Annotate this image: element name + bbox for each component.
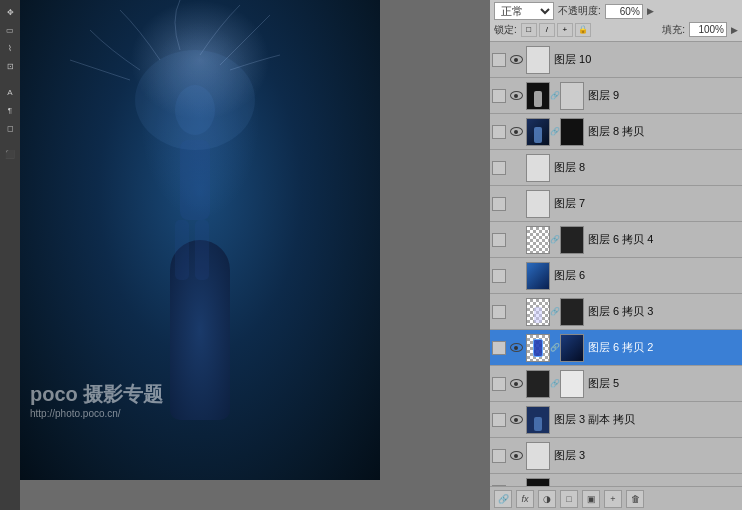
layer-checkbox[interactable] [492, 125, 506, 139]
layer-checkbox[interactable] [492, 269, 506, 283]
layer-thumbnails [526, 190, 550, 218]
layer-visibility-toggle[interactable] [508, 160, 524, 176]
layer-visibility-toggle[interactable] [508, 88, 524, 104]
layer-visibility-toggle[interactable] [508, 484, 524, 487]
layer-chain-icon: 🔗 [551, 226, 559, 254]
layer-checkbox[interactable] [492, 449, 506, 463]
layer-visibility-toggle[interactable] [508, 124, 524, 140]
layer-checkbox[interactable] [492, 161, 506, 175]
layer-visibility-toggle[interactable] [508, 448, 524, 464]
layers-list[interactable]: 图层 10🔗图层 9🔗图层 8 拷贝图层 8图层 7🔗图层 6 拷贝 4图层 6… [490, 42, 742, 486]
panel-bottom: 🔗 fx ◑ □ ▣ + 🗑 [490, 486, 742, 510]
tool-eraser[interactable]: ◻ [2, 120, 18, 136]
layer-thumbnails: 🔗 [526, 334, 584, 362]
fill-input[interactable] [689, 22, 727, 37]
opacity-arrow: ▶ [647, 6, 654, 16]
layer-name-label: 图层 10 [554, 52, 740, 67]
canvas-image: poco 摄影专题 http://photo.poco.cn/ [20, 0, 380, 480]
layer-row[interactable]: 图层 8 [490, 150, 742, 186]
layer-row[interactable]: 🔗图层 6 拷贝 4 [490, 222, 742, 258]
lock-row: 锁定: □ / + 🔒 填充: ▶ [494, 22, 738, 37]
tool-lasso[interactable]: ⌇ [2, 40, 18, 56]
new-layer-icon[interactable]: + [604, 490, 622, 508]
tool-select[interactable]: ▭ [2, 22, 18, 38]
layer-name-label: 图层 3 [554, 448, 740, 463]
fx-icon[interactable]: fx [516, 490, 534, 508]
layer-checkbox[interactable] [492, 341, 506, 355]
layer-name-label: 图层 6 拷贝 3 [588, 304, 740, 319]
watermark: poco 摄影专题 http://photo.poco.cn/ [30, 381, 163, 420]
tool-stamp[interactable]: ¶ [2, 102, 18, 118]
layer-checkbox[interactable] [492, 413, 506, 427]
tool-crop[interactable]: ⊡ [2, 58, 18, 74]
layer-name-label: 图层 2 [554, 484, 740, 486]
layer-checkbox[interactable] [492, 233, 506, 247]
layer-thumbnails [526, 154, 550, 182]
adjustment-icon[interactable]: ◑ [538, 490, 556, 508]
layer-row[interactable]: 🔗图层 6 拷贝 2 [490, 330, 742, 366]
panel-controls: 正常 不透明度: ▶ 锁定: □ / + 🔒 填充: ▶ [490, 0, 742, 42]
tool-move[interactable]: ✥ [2, 4, 18, 20]
layer-visibility-toggle[interactable] [508, 268, 524, 284]
layer-row[interactable]: 🔗图层 9 [490, 78, 742, 114]
layer-row[interactable]: 图层 7 [490, 186, 742, 222]
group-icon[interactable]: ▣ [582, 490, 600, 508]
watermark-url: http://photo.poco.cn/ [30, 407, 163, 420]
layer-checkbox[interactable] [492, 485, 506, 487]
layer-checkbox[interactable] [492, 377, 506, 391]
lock-transparent[interactable]: □ [521, 23, 537, 37]
layer-row[interactable]: 图层 6 [490, 258, 742, 294]
layer-checkbox[interactable] [492, 197, 506, 211]
layer-row[interactable]: 🔗图层 8 拷贝 [490, 114, 742, 150]
layer-name-label: 图层 8 拷贝 [588, 124, 740, 139]
blend-mode-select[interactable]: 正常 [494, 2, 554, 20]
layer-visibility-toggle[interactable] [508, 340, 524, 356]
opacity-input[interactable] [605, 4, 643, 19]
lock-position[interactable]: + [557, 23, 573, 37]
figure [120, 140, 280, 420]
watermark-brand: poco 摄影专题 [30, 381, 163, 407]
layer-thumbnails [526, 442, 550, 470]
layer-visibility-toggle[interactable] [508, 412, 524, 428]
tool-brush[interactable]: A [2, 84, 18, 100]
layer-visibility-toggle[interactable] [508, 304, 524, 320]
tool-sidebar: ✥ ▭ ⌇ ⊡ A ¶ ◻ ⬛ [0, 0, 20, 510]
tool-gradient[interactable]: ⬛ [2, 146, 18, 162]
lock-brush[interactable]: / [539, 23, 555, 37]
layer-chain-icon: 🔗 [551, 118, 559, 146]
layer-name-label: 图层 7 [554, 196, 740, 211]
layer-name-label: 图层 6 [554, 268, 740, 283]
layer-visibility-toggle[interactable] [508, 196, 524, 212]
layer-row[interactable]: 图层 10 [490, 42, 742, 78]
layer-thumbnails: 🔗 [526, 370, 584, 398]
layer-checkbox[interactable] [492, 89, 506, 103]
lock-all[interactable]: 🔒 [575, 23, 591, 37]
canvas-area: ✥ ▭ ⌇ ⊡ A ¶ ◻ ⬛ [0, 0, 490, 510]
layer-thumbnails: 🔗 [526, 82, 584, 110]
opacity-label: 不透明度: [558, 4, 601, 18]
layer-visibility-toggle[interactable] [508, 376, 524, 392]
link-icon[interactable]: 🔗 [494, 490, 512, 508]
layer-thumbnails: 🔗 [526, 118, 584, 146]
fill-label: 填充: [662, 23, 685, 37]
layer-row[interactable]: 🔗图层 6 拷贝 3 [490, 294, 742, 330]
fill-arrow: ▶ [731, 25, 738, 35]
layer-row[interactable]: 🔗图层 5 [490, 366, 742, 402]
layer-row[interactable]: 图层 3 副本 拷贝 [490, 402, 742, 438]
layers-panel: 正常 不透明度: ▶ 锁定: □ / + 🔒 填充: ▶ 图层 10🔗图层 9🔗… [490, 0, 742, 510]
mask-icon[interactable]: □ [560, 490, 578, 508]
layer-row[interactable]: 图层 2 [490, 474, 742, 486]
layer-name-label: 图层 3 副本 拷贝 [554, 412, 740, 427]
delete-layer-icon[interactable]: 🗑 [626, 490, 644, 508]
layer-chain-icon: 🔗 [551, 82, 559, 110]
layer-checkbox[interactable] [492, 53, 506, 67]
layer-name-label: 图层 9 [588, 88, 740, 103]
layer-thumbnails [526, 406, 550, 434]
layer-visibility-toggle[interactable] [508, 52, 524, 68]
layer-checkbox[interactable] [492, 305, 506, 319]
layer-row[interactable]: 图层 3 [490, 438, 742, 474]
layer-thumbnails [526, 478, 550, 487]
layer-visibility-toggle[interactable] [508, 232, 524, 248]
layer-chain-icon: 🔗 [551, 298, 559, 326]
layer-thumbnails: 🔗 [526, 298, 584, 326]
